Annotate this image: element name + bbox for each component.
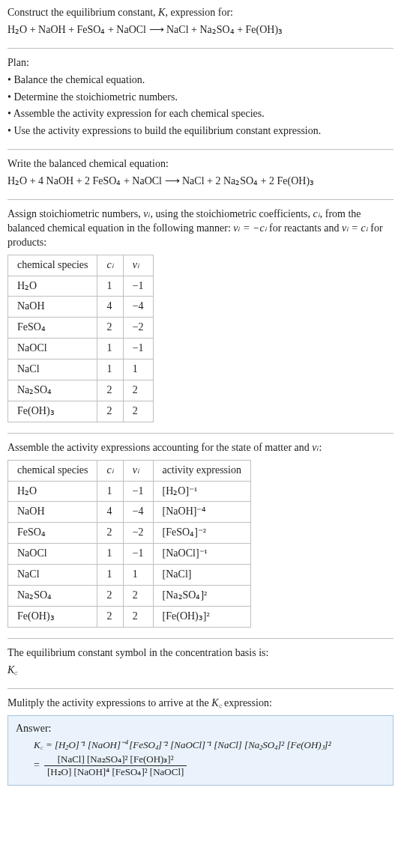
col-header: cᵢ bbox=[97, 255, 123, 276]
intro-equation: H₂O + NaOH + FeSO₄ + NaOCl ⟶ NaCl + Na₂S… bbox=[7, 23, 394, 37]
cell: NaOCl bbox=[8, 339, 97, 359]
rule: νᵢ = cᵢ bbox=[342, 222, 368, 234]
plan-item: • Use the activity expressions to build … bbox=[7, 124, 394, 139]
col-header: νᵢ bbox=[123, 255, 153, 276]
text: for reactants and bbox=[267, 222, 342, 234]
cell: 2 bbox=[123, 401, 153, 422]
cell: [Na₂SO₄]² bbox=[153, 586, 250, 607]
cell: 2 bbox=[123, 586, 153, 607]
col-header: activity expression bbox=[153, 460, 250, 481]
table-row: Na₂SO₄22 bbox=[8, 380, 154, 401]
answer-expression-fraction: = [NaCl] [Na₂SO₄]² [Fe(OH)₃]² [H₂O] [NaO… bbox=[34, 753, 187, 777]
cell: [H₂O]⁻¹ bbox=[153, 481, 250, 502]
cell: NaOCl bbox=[8, 544, 97, 565]
text: expression: bbox=[222, 697, 272, 708]
cell: 4 bbox=[97, 297, 123, 318]
multiply-line: Mulitply the activity expressions to arr… bbox=[7, 696, 394, 711]
table-row: NaOH4−4[NaOH]⁻⁴ bbox=[8, 502, 251, 523]
kc-symbol: K꜀ bbox=[7, 664, 394, 678]
cell: 1 bbox=[97, 339, 123, 359]
cell: −1 bbox=[123, 544, 153, 565]
cell: [FeSO₄]⁻² bbox=[153, 523, 250, 544]
balanced-title: Write the balanced chemical equation: bbox=[7, 157, 394, 172]
cell: 1 bbox=[123, 565, 153, 586]
c-i: cᵢ bbox=[313, 208, 320, 219]
cell: 2 bbox=[97, 318, 123, 339]
cell: H₂O bbox=[8, 276, 97, 297]
cell: 2 bbox=[97, 523, 123, 544]
table-row: NaOH4−4 bbox=[8, 297, 154, 318]
cell: −1 bbox=[123, 481, 153, 502]
cell: −4 bbox=[123, 502, 153, 523]
cell: Na₂SO₄ bbox=[8, 380, 97, 401]
intro-line: Construct the equilibrium constant, K, e… bbox=[7, 6, 394, 20]
table-row: NaOCl1−1 bbox=[8, 339, 154, 359]
fraction: [NaCl] [Na₂SO₄]² [Fe(OH)₃]² [H₂O] [NaOH]… bbox=[44, 753, 187, 777]
col-header: cᵢ bbox=[97, 460, 123, 481]
cell: NaOH bbox=[8, 297, 97, 318]
table-row: H₂O1−1 bbox=[8, 276, 154, 297]
cell: 2 bbox=[123, 606, 153, 627]
col-header: chemical species bbox=[8, 255, 97, 276]
cell: 1 bbox=[97, 481, 123, 502]
cell: −1 bbox=[123, 339, 153, 359]
cell: Na₂SO₄ bbox=[8, 586, 97, 607]
numerator: [NaCl] [Na₂SO₄]² [Fe(OH)₃]² bbox=[55, 753, 177, 765]
divider bbox=[7, 48, 394, 49]
stoich-table: chemical species cᵢ νᵢ H₂O1−1 NaOH4−4 Fe… bbox=[7, 255, 154, 422]
cell: Fe(OH)₃ bbox=[8, 606, 97, 627]
divider bbox=[7, 149, 394, 150]
table-row: FeSO₄2−2[FeSO₄]⁻² bbox=[8, 523, 251, 544]
cell: 1 bbox=[97, 276, 123, 297]
nu-i: νᵢ bbox=[312, 442, 319, 453]
table-row: Fe(OH)₃22[Fe(OH)₃]² bbox=[8, 606, 251, 627]
text: Assemble the activity expressions accoun… bbox=[7, 442, 312, 453]
cell: −4 bbox=[123, 297, 153, 318]
activity-table: chemical species cᵢ νᵢ activity expressi… bbox=[7, 460, 251, 628]
kc: K꜀ bbox=[211, 697, 221, 708]
cell: H₂O bbox=[8, 481, 97, 502]
cell: [Fe(OH)₃]² bbox=[153, 606, 250, 627]
cell: 1 bbox=[97, 359, 123, 380]
cell: 1 bbox=[97, 565, 123, 586]
table-row: Fe(OH)₃22 bbox=[8, 401, 154, 422]
col-header: νᵢ bbox=[123, 460, 153, 481]
basis-line: The equilibrium constant symbol in the c… bbox=[7, 646, 394, 661]
cell: 2 bbox=[97, 606, 123, 627]
intro-text: Construct the equilibrium constant, K, e… bbox=[7, 7, 233, 18]
table-row: NaCl11 bbox=[8, 359, 154, 380]
cell: 2 bbox=[123, 380, 153, 401]
activity-intro: Assemble the activity expressions accoun… bbox=[7, 441, 394, 455]
plan-item: • Assemble the activity expression for e… bbox=[7, 107, 394, 121]
kc-expr: K꜀ = [H₂O]⁻¹ [NaOH]⁻⁴ [FeSO₄]⁻² [NaOCl]⁻… bbox=[34, 739, 331, 750]
stoich-intro: Assign stoichiometric numbers, νᵢ, using… bbox=[7, 207, 394, 250]
cell: −2 bbox=[123, 318, 153, 339]
cell: 2 bbox=[97, 586, 123, 607]
divider bbox=[7, 433, 394, 434]
cell: 2 bbox=[97, 380, 123, 401]
cell: 1 bbox=[97, 544, 123, 565]
table-row: NaCl11[NaCl] bbox=[8, 565, 251, 586]
text: Mulitply the activity expressions to arr… bbox=[7, 697, 211, 708]
text: : bbox=[319, 442, 322, 453]
cell: 4 bbox=[97, 502, 123, 523]
cell: −1 bbox=[123, 276, 153, 297]
divider bbox=[7, 638, 394, 639]
table-row: H₂O1−1[H₂O]⁻¹ bbox=[8, 481, 251, 502]
col-header: chemical species bbox=[8, 460, 97, 481]
cell: FeSO₄ bbox=[8, 318, 97, 339]
rule: νᵢ = −cᵢ bbox=[233, 222, 266, 234]
divider bbox=[7, 688, 394, 689]
table-row: FeSO₄2−2 bbox=[8, 318, 154, 339]
cell: NaCl bbox=[8, 565, 97, 586]
cell: 1 bbox=[123, 359, 153, 380]
balanced-equation: H₂O + 4 NaOH + 2 FeSO₄ + NaOCl ⟶ NaCl + … bbox=[7, 174, 394, 189]
plan-item: • Balance the chemical equation. bbox=[7, 73, 394, 88]
cell: −2 bbox=[123, 523, 153, 544]
equals: = bbox=[34, 759, 40, 773]
cell: 2 bbox=[97, 401, 123, 422]
cell: FeSO₄ bbox=[8, 523, 97, 544]
text: , using the stoichiometric coefficients, bbox=[150, 208, 313, 219]
cell: [NaOCl]⁻¹ bbox=[153, 544, 250, 565]
answer-box: Answer: K꜀ = [H₂O]⁻¹ [NaOH]⁻⁴ [FeSO₄]⁻² … bbox=[7, 715, 394, 786]
